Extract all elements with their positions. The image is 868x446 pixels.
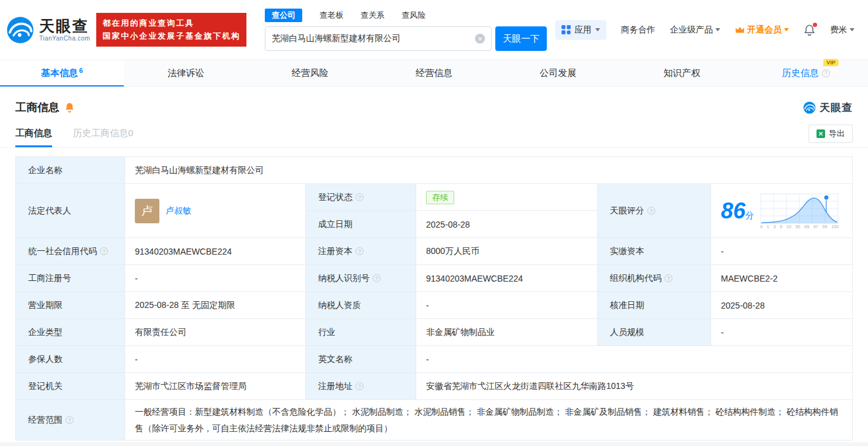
field-label: 人员规模 [598, 319, 711, 346]
avatar[interactable]: 卢 [135, 199, 159, 223]
legal-rep-link[interactable]: 卢叔敏 [166, 206, 191, 217]
help-icon[interactable]: ? [356, 247, 364, 255]
search-input[interactable] [272, 34, 475, 44]
search-tab-boss[interactable]: 查老板 [319, 10, 343, 21]
promo-banner: 都在用的商业查询工具 国家中小企业发展子基金旗下机构 [96, 13, 246, 46]
table-row: 参保人数 - 英文名称 - [16, 346, 853, 373]
search-tab-relation[interactable]: 查关系 [360, 10, 384, 21]
promo-banner-line2: 国家中小企业发展子基金旗下机构 [102, 30, 240, 42]
industry-value: 非金属矿物制品业 [416, 319, 598, 346]
field-label: 核准日期 [598, 292, 711, 319]
notification-bell[interactable] [804, 24, 815, 36]
field-label: 注册地址 ? [306, 373, 416, 400]
nav-enterprise-label: 企业级产品 [670, 25, 713, 36]
score-value: 86 [721, 198, 745, 223]
field-label: 组织机构代码 ? [598, 265, 711, 292]
apps-menu[interactable]: 应用 [555, 20, 606, 40]
score-cell: 86分 [711, 184, 853, 238]
apps-menu-label: 应用 [574, 25, 592, 36]
reg-authority-value: 芜湖市弋江区市场监督管理局 [125, 373, 306, 400]
footer-strip [0, 442, 868, 446]
business-info-table: 企业名称 芜湖白马山海螺新型建材有限公司 法定代表人 卢 卢叔敏 登记状态 ? … [15, 156, 853, 440]
taxpayer-id-label: 纳税人识别号 [318, 273, 370, 284]
score-axis: 01 35 1050 6597 99100 [760, 225, 839, 229]
clear-icon[interactable]: ✕ [475, 34, 485, 44]
tab-risk-label: 经营风险 [292, 67, 329, 79]
tab-development-label: 公司发展 [539, 67, 576, 79]
user-menu[interactable]: 费米 [830, 25, 855, 36]
field-label: 法定代表人 [16, 184, 125, 238]
subscribe-bell-icon[interactable] [64, 102, 75, 113]
reg-status-label: 登记状态 [318, 192, 352, 203]
nav-cooperation-label: 商务合作 [621, 25, 655, 36]
crown-icon [735, 26, 745, 34]
field-label: 参保人数 [16, 346, 125, 373]
chevron-down-icon [595, 28, 600, 31]
establish-date-value: 2025-08-28 [416, 211, 598, 238]
tab-company-development[interactable]: 公司发展 [496, 60, 620, 86]
help-icon[interactable]: ? [356, 193, 364, 201]
export-button[interactable]: 导出 [809, 125, 853, 143]
tab-history-label: 历史信息 [782, 67, 819, 79]
tab-basic-info[interactable]: 基本信息 6 [0, 60, 124, 86]
subtab-business-registration[interactable]: 工商信息 [15, 120, 52, 147]
help-icon[interactable]: ? [647, 207, 655, 215]
status-badge: 存续 [426, 191, 454, 204]
section-header: 工商信息 天眼查 [0, 87, 868, 120]
tab-intellectual-property[interactable]: 知识产权 [620, 60, 744, 86]
field-label: 工商注册号 [16, 265, 125, 292]
tianyancha-watermark-icon [803, 101, 816, 114]
company-tab-bar: 基本信息 6 法律诉讼 经营风险 经营信息 公司发展 知识产权 VIP 历史信息… [0, 60, 868, 87]
table-row: 营业期限 2025-08-28 至 无固定期限 纳税人资质 - 核准日期 202… [16, 292, 853, 319]
credit-code-value: 91340203MAEWCBE224 [125, 238, 306, 265]
help-icon[interactable]: ? [356, 382, 364, 390]
table-row: 统一社会信用代码 ? 91340203MAEWCBE224 注册资本 ? 800… [16, 238, 853, 265]
tab-operating-risk[interactable]: 经营风险 [248, 60, 372, 86]
field-label: 登记机关 [16, 373, 125, 400]
table-row: 法定代表人 卢 卢叔敏 登记状态 ? 存续 天眼评分 ? [16, 184, 853, 211]
field-label: 经营范围 ? [16, 400, 125, 440]
subtab-history-registration[interactable]: 历史工商信息0 [73, 120, 133, 147]
table-row: 经营范围 ? 一般经营项目：新型建筑材料制造（不含危险化学品）； 水泥制品制造；… [16, 400, 853, 440]
export-button-label: 导出 [829, 128, 845, 139]
help-icon[interactable]: ? [66, 416, 74, 424]
table-row: 企业类型 有限责任公司 行业 非金属矿物制品业 人员规模 - [16, 319, 853, 346]
search-tab-company[interactable]: 查公司 [265, 9, 302, 22]
help-icon[interactable]: ? [373, 274, 381, 282]
tab-basic-info-count: 6 [79, 67, 83, 74]
field-label: 注册资本 ? [306, 238, 416, 265]
search-button[interactable]: 天眼一下 [495, 26, 547, 51]
field-label: 企业类型 [16, 319, 125, 346]
tab-business-info[interactable]: 经营信息 [372, 60, 496, 86]
field-label: 天眼评分 ? [598, 184, 711, 238]
tab-legal-label: 法律诉讼 [167, 67, 204, 79]
business-info-table-wrap: 企业名称 芜湖白马山海螺新型建材有限公司 法定代表人 卢 卢叔敏 登记状态 ? … [0, 148, 868, 440]
score-link[interactable]: 86分 [721, 193, 842, 229]
help-icon[interactable]: ? [822, 69, 830, 77]
business-scope-value: 一般经营项目：新型建筑材料制造（不含危险化学品）； 水泥制品制造； 水泥制品销售… [125, 400, 853, 440]
score-label: 天眼评分 [610, 206, 644, 217]
org-code-value: MAEWCBE2-2 [711, 265, 853, 292]
tab-history-info[interactable]: VIP 历史信息 ? [744, 60, 868, 86]
vip-badge: VIP [823, 59, 839, 66]
nav-enterprise-products[interactable]: 企业级产品 [670, 25, 720, 36]
nav-open-vip[interactable]: 开通会员 [735, 25, 789, 36]
reg-status-value: 存续 [416, 184, 598, 211]
nav-cooperation[interactable]: 商务合作 [621, 25, 655, 36]
tianyancha-logo[interactable]: 天眼查 TianYanCha.com [6, 16, 90, 44]
header: 天眼查 TianYanCha.com 都在用的商业查询工具 国家中小企业发展子基… [0, 0, 868, 60]
tab-legal-proceedings[interactable]: 法律诉讼 [124, 60, 248, 86]
search-tabs: 查公司 查老板 查关系 查风险 [265, 9, 547, 22]
table-row: 工商注册号 - 纳税人识别号 ? 91340203MAEWCBE224 组织机构… [16, 265, 853, 292]
company-type-value: 有限责任公司 [125, 319, 306, 346]
search-tab-risk[interactable]: 查风险 [402, 10, 425, 21]
reg-number-value: - [125, 265, 306, 292]
search-box: ✕ [265, 26, 492, 51]
field-label: 纳税人资质 [306, 292, 416, 319]
help-icon[interactable]: ? [100, 247, 108, 255]
table-row: 登记机关 芜湖市弋江区市场监督管理局 注册地址 ? 安徽省芜湖市弋江区火龙街道四… [16, 373, 853, 400]
chevron-down-icon [715, 28, 720, 31]
reg-capital-value: 8000万人民币 [416, 238, 598, 265]
help-icon[interactable]: ? [664, 274, 672, 282]
chevron-down-icon [784, 28, 789, 31]
